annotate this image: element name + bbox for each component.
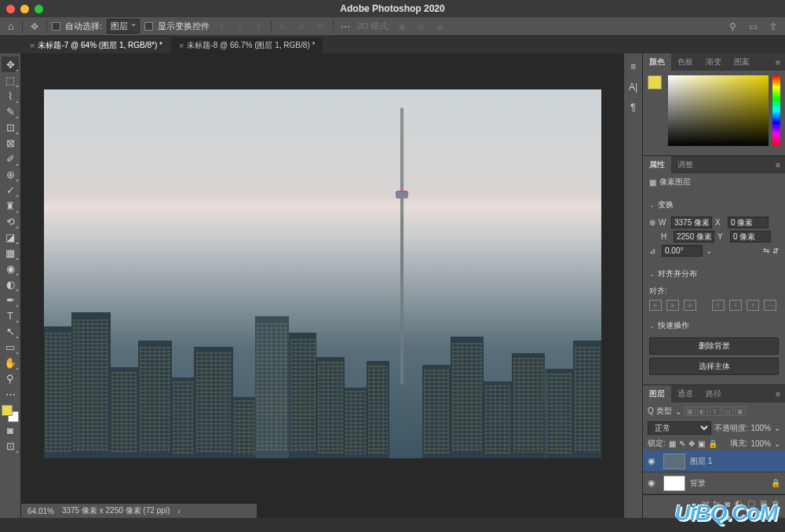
maximize-window-button[interactable] — [35, 5, 43, 13]
history-panel-icon[interactable]: ≡ — [626, 60, 641, 74]
fill-chevron-icon[interactable]: ⌄ — [774, 439, 780, 448]
shape-tool[interactable]: ▭ — [2, 339, 19, 355]
brush-tool[interactable]: ✓ — [2, 182, 19, 198]
document-tab[interactable]: × 未标题-7 @ 64% (图层 1, RGB/8*) * — [22, 38, 170, 53]
lasso-tool[interactable]: ⌇ — [2, 88, 19, 104]
blend-mode-select[interactable]: 正常 — [648, 421, 711, 435]
zoom-level[interactable]: 64.01% — [27, 507, 54, 516]
close-tab-icon[interactable]: × — [179, 41, 184, 50]
filter-smart-icon[interactable]: ▣ — [735, 406, 746, 416]
width-input[interactable] — [671, 217, 712, 228]
screen-mode-tool[interactable]: ⊡ — [2, 438, 19, 454]
panel-menu-icon[interactable]: ≡ — [771, 390, 785, 399]
share-icon[interactable]: ⇧ — [766, 20, 780, 34]
select-subject-button[interactable]: 选择主体 — [649, 358, 779, 375]
x-input[interactable] — [728, 217, 769, 228]
layer-item[interactable]: ◉ 图层 1 — [643, 450, 785, 472]
opacity-chevron-icon[interactable]: ⌄ — [774, 424, 780, 432]
lock-transparency-icon[interactable]: ▦ — [669, 439, 676, 448]
layer-item[interactable]: ◉ 背景 🔒 — [643, 472, 785, 494]
layer-name[interactable]: 背景 — [690, 478, 706, 489]
show-transform-checkbox[interactable] — [144, 22, 153, 31]
align-middle-icon[interactable]: ⫲ — [233, 20, 247, 34]
filter-type-icon[interactable]: T — [710, 406, 721, 416]
auto-select-dropdown[interactable]: 图层 — [107, 19, 140, 34]
gradients-tab[interactable]: 渐变 — [699, 53, 728, 71]
edit-toolbar[interactable]: ⋯ — [2, 386, 19, 402]
blur-tool[interactable]: ◉ — [2, 261, 19, 276]
align-bottom-icon[interactable]: ⫳ — [252, 20, 266, 34]
marquee-tool[interactable]: ⬚ — [2, 72, 19, 88]
document-tab[interactable]: × 未标题-8 @ 66.7% (图层 1, RGB/8) * — [171, 38, 323, 53]
filter-adjust-icon[interactable]: ◐ — [697, 406, 708, 416]
workspace-icon[interactable]: ▭ — [746, 20, 760, 34]
align-left-icon[interactable]: ⊩ — [276, 20, 290, 34]
character-panel-icon[interactable]: A| — [626, 80, 641, 94]
document-canvas[interactable] — [44, 89, 601, 458]
fill-value[interactable]: 100% — [750, 439, 771, 448]
crop-tool[interactable]: ⊡ — [2, 119, 19, 135]
panel-menu-icon[interactable]: ≡ — [771, 58, 785, 67]
layer-name[interactable]: 图层 1 — [690, 456, 712, 467]
gradient-tool[interactable]: ▦ — [2, 245, 19, 261]
layers-tab[interactable]: 图层 — [643, 385, 671, 403]
move-tool-icon[interactable]: ✥ — [27, 20, 42, 34]
quick-select-tool[interactable]: ✎ — [2, 104, 19, 119]
visibility-icon[interactable]: ◉ — [648, 478, 659, 488]
lock-icon[interactable]: 🔒 — [771, 479, 780, 487]
paragraph-panel-icon[interactable]: ¶ — [626, 100, 641, 115]
color-swatches[interactable] — [2, 405, 19, 422]
remove-background-button[interactable]: 删除背景 — [649, 337, 779, 355]
lock-paint-icon[interactable]: ✎ — [679, 439, 685, 448]
kind-dropdown-icon[interactable]: ⌄ — [675, 407, 681, 416]
quick-actions-header[interactable]: ⌄ 快速操作 — [643, 317, 785, 334]
height-input[interactable] — [674, 231, 714, 242]
more-align-icon[interactable]: ⋯ — [338, 20, 352, 34]
align-v-centers-icon[interactable]: ⫲ — [729, 300, 742, 311]
align-right-edges-icon[interactable]: ⊫ — [684, 300, 696, 311]
status-chevron-icon[interactable]: › — [177, 507, 180, 516]
adjustments-tab[interactable]: 调整 — [671, 156, 699, 173]
path-select-tool[interactable]: ↖ — [2, 323, 19, 339]
link-wh-icon[interactable]: ⊗ — [649, 218, 655, 227]
opacity-value[interactable]: 100% — [750, 424, 771, 432]
align-left-edges-icon[interactable]: ⊩ — [649, 300, 662, 311]
foreground-color-swatch[interactable] — [2, 405, 13, 416]
transform-section-header[interactable]: ⌄ 变换 — [643, 196, 785, 213]
stamp-tool[interactable]: ♜ — [2, 198, 19, 213]
channels-tab[interactable]: 通道 — [671, 385, 699, 403]
visibility-icon[interactable]: ◉ — [648, 456, 659, 466]
type-tool[interactable]: T — [2, 308, 19, 323]
panel-menu-icon[interactable]: ≡ — [771, 161, 785, 169]
quick-mask-tool[interactable]: ◙ — [2, 422, 19, 438]
lock-artboard-icon[interactable]: ▣ — [698, 439, 705, 448]
flip-h-icon[interactable]: ⇋ — [763, 246, 769, 255]
eraser-tool[interactable]: ◪ — [2, 229, 19, 245]
align-h-centers-icon[interactable]: ⊪ — [666, 300, 679, 311]
color-picker[interactable] — [643, 71, 785, 155]
flip-v-icon[interactable]: ⇵ — [772, 246, 779, 255]
hue-slider[interactable] — [772, 75, 780, 146]
minimize-window-button[interactable] — [20, 5, 29, 13]
color-field[interactable] — [668, 75, 769, 146]
filter-shape-icon[interactable]: ▭ — [722, 406, 733, 416]
hand-tool[interactable]: ✋ — [2, 355, 19, 370]
move-tool[interactable]: ✥ — [2, 56, 19, 72]
search-icon[interactable]: ⚲ — [725, 20, 739, 34]
auto-select-checkbox[interactable] — [52, 22, 60, 31]
3d-pan-icon[interactable]: ⊕ — [414, 20, 428, 34]
properties-tab[interactable]: 属性 — [643, 156, 671, 173]
angle-input[interactable] — [662, 245, 703, 257]
canvas-area[interactable]: 64.01% 3375 像素 x 2250 像素 (72 ppi) › — [21, 53, 623, 518]
patterns-tab[interactable]: 图案 — [728, 53, 756, 71]
close-window-button[interactable] — [6, 5, 15, 13]
align-top-edges-icon[interactable]: ⫴ — [712, 300, 725, 311]
home-icon[interactable]: ⌂ — [5, 20, 17, 33]
3d-slide-icon[interactable]: ◈ — [433, 20, 447, 34]
dodge-tool[interactable]: ◐ — [2, 276, 19, 292]
align-section-header[interactable]: ⌄ 对齐并分布 — [643, 265, 785, 282]
frame-tool[interactable]: ⊠ — [2, 135, 19, 151]
healing-tool[interactable]: ⊕ — [2, 166, 19, 182]
layer-thumbnail[interactable] — [663, 476, 685, 491]
align-bottom-edges-icon[interactable]: ⫳ — [747, 300, 759, 311]
